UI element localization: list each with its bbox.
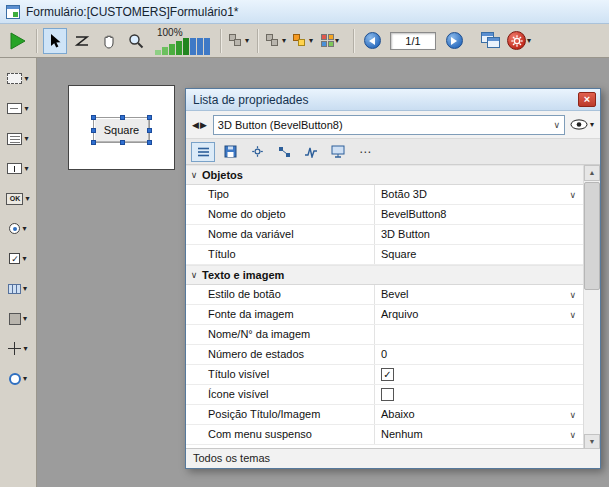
tool-push-button[interactable]: OK▾ [2, 188, 34, 209]
property-value[interactable]: Abaixo∨ [374, 405, 583, 424]
tab-display[interactable] [326, 142, 350, 162]
property-grid-scrollbar[interactable]: ▲ ▼ [583, 165, 600, 450]
property-value[interactable]: 3D Button [374, 225, 583, 244]
scrollbar-thumb[interactable] [584, 182, 600, 290]
align-objects-button[interactable]: ▾ [227, 28, 251, 54]
dropdown-arrow-icon[interactable]: ▾ [309, 37, 313, 45]
property-value[interactable]: ✓ [374, 365, 583, 384]
tab-settings[interactable] [245, 142, 269, 162]
property-value[interactable] [374, 385, 583, 404]
draw-tool-button[interactable] [70, 28, 94, 54]
scroll-up-icon[interactable]: ▲ [584, 165, 600, 181]
tool-spinner[interactable]: ▾ [2, 368, 34, 389]
tool-list-box[interactable]: ▾ [2, 128, 34, 149]
execute-form-button[interactable] [6, 28, 30, 54]
visibility-menu-button[interactable]: ▾ [570, 119, 594, 130]
property-value-text: Nenhum [381, 425, 423, 444]
property-value[interactable] [374, 325, 583, 344]
display-windows-button[interactable] [479, 28, 503, 54]
dropdown-arrow-icon[interactable]: ▾ [527, 37, 531, 45]
dropdown-arrow-icon[interactable]: ▾ [22, 255, 26, 263]
section-header-objetos[interactable]: ∨Objetos [186, 165, 583, 185]
pan-tool-button[interactable] [97, 28, 121, 54]
property-value[interactable]: Square [374, 245, 583, 264]
dropdown-arrow-icon[interactable]: ▾ [23, 375, 27, 383]
select-tool-button[interactable] [43, 28, 67, 54]
selection-handle[interactable] [147, 128, 152, 133]
selection-handle[interactable] [147, 140, 152, 145]
dropdown-chevron-icon[interactable]: ∨ [569, 190, 576, 200]
dropdown-arrow-icon[interactable]: ▾ [245, 37, 249, 45]
close-button[interactable]: × [578, 92, 596, 107]
property-value[interactable]: Nenhum∨ [374, 425, 583, 444]
selection-handle[interactable] [91, 115, 96, 120]
collapse-chevron-icon[interactable]: ∨ [186, 170, 202, 180]
section-title: Objetos [202, 169, 243, 181]
ellipsis-icon: ⋯ [359, 145, 371, 159]
dropdown-arrow-icon[interactable]: ▾ [335, 37, 339, 45]
tool-splitter[interactable]: ▾ [2, 338, 34, 359]
dropdown-arrow-icon[interactable]: ▾ [25, 195, 29, 203]
checkbox[interactable] [381, 388, 394, 401]
zoom-bars-icon[interactable] [155, 38, 210, 55]
object-nav-arrows[interactable]: ◀▶ [192, 120, 208, 130]
tool-rectangle[interactable]: ▾ [2, 308, 34, 329]
dropdown-chevron-icon[interactable]: ∨ [569, 290, 576, 300]
dropdown-arrow-icon[interactable]: ▾ [24, 75, 28, 83]
level-objects-button[interactable]: ▾ [291, 28, 315, 54]
selected-bevel-button[interactable]: Square [93, 117, 150, 143]
tool-button-grid[interactable]: ▾ [2, 278, 34, 299]
property-label: Ícone visível [186, 385, 374, 404]
tab-more[interactable]: ⋯ [353, 142, 377, 162]
property-value-text: 3D Button [381, 225, 430, 244]
property-value[interactable]: Botão 3D∨ [374, 185, 583, 204]
dropdown-arrow-icon[interactable]: ▾ [23, 285, 27, 293]
next-page-button[interactable] [442, 28, 466, 54]
tool-marquee[interactable]: ▾ [2, 68, 34, 89]
object-selector-combo[interactable]: 3D Button (BevelButton8) ∨ [213, 115, 565, 135]
property-value[interactable]: Bevel∨ [374, 285, 583, 304]
property-value[interactable]: Arquivo∨ [374, 305, 583, 324]
zoom-tool-button[interactable] [124, 28, 148, 54]
tab-property-list[interactable] [191, 142, 215, 162]
tool-radio-button[interactable]: ▾ [2, 218, 34, 239]
dropdown-chevron-icon[interactable]: ∨ [569, 310, 576, 320]
previous-page-button[interactable] [360, 28, 384, 54]
dropdown-arrow-icon[interactable]: ▾ [590, 121, 594, 129]
checkbox[interactable]: ✓ [381, 368, 394, 381]
dropdown-arrow-icon[interactable]: ▾ [23, 315, 27, 323]
tool-input[interactable]: ▾ [2, 158, 34, 179]
dropdown-arrow-icon[interactable]: ▾ [24, 105, 28, 113]
dropdown-chevron-icon[interactable]: ∨ [569, 410, 576, 420]
section-header-texto-e-imagem[interactable]: ∨Texto e imagem [186, 265, 583, 285]
dropdown-chevron-icon[interactable]: ∨ [569, 430, 576, 440]
property-panel-titlebar[interactable]: Lista de propriedades × [186, 89, 600, 111]
selection-handle[interactable] [91, 140, 96, 145]
property-value[interactable]: BevelButton8 [374, 205, 583, 224]
property-value[interactable]: 0 [374, 345, 583, 364]
property-label: Tipo [186, 185, 374, 204]
chevron-down-icon[interactable]: ∨ [553, 120, 560, 130]
tool-checkbox[interactable]: ✓▾ [2, 248, 34, 269]
selection-handle[interactable] [91, 128, 96, 133]
dropdown-arrow-icon[interactable]: ▾ [22, 225, 26, 233]
tab-events[interactable] [299, 142, 323, 162]
form-page-area[interactable]: Square [68, 85, 175, 170]
tab-connections[interactable] [272, 142, 296, 162]
distribute-objects-button[interactable]: ▾ [264, 28, 288, 54]
dropdown-arrow-icon[interactable]: ▾ [24, 135, 28, 143]
stop-button[interactable]: ▾ [506, 28, 532, 54]
selection-handle[interactable] [120, 140, 125, 145]
collapse-chevron-icon[interactable]: ∨ [186, 270, 202, 280]
zoom-level-control[interactable]: 100% [155, 27, 210, 55]
tool-text-field[interactable]: ▾ [2, 98, 34, 119]
dropdown-arrow-icon[interactable]: ▾ [23, 345, 27, 353]
dropdown-arrow-icon[interactable]: ▾ [282, 37, 286, 45]
style-sheet-button[interactable]: ▾ [318, 28, 342, 54]
selection-handle[interactable] [120, 115, 125, 120]
input-cursor-icon [7, 163, 22, 174]
themes-footer[interactable]: Todos os temas [186, 448, 600, 468]
tab-save[interactable] [218, 142, 242, 162]
selection-handle[interactable] [147, 115, 152, 120]
dropdown-arrow-icon[interactable]: ▾ [24, 165, 28, 173]
